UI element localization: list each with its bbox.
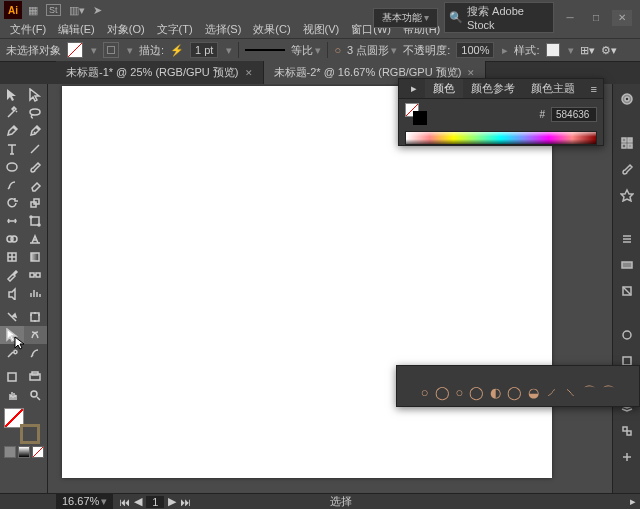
prefs-icon[interactable]: ⚙▾ [601, 44, 617, 57]
fill-stroke-swatches[interactable] [4, 408, 40, 444]
nav-first-icon[interactable]: ⏮ [119, 496, 130, 508]
panel-menu-icon[interactable]: ≡ [585, 79, 603, 98]
brush-shape-6[interactable]: ◯ [507, 385, 522, 400]
brush-shape-7[interactable]: ◒ [528, 385, 539, 400]
menu-effect[interactable]: 效果(C) [249, 20, 294, 39]
menu-object[interactable]: 对象(O) [103, 20, 149, 39]
gradient-tool[interactable] [24, 248, 48, 266]
align-icon[interactable]: ⊞▾ [580, 44, 595, 57]
dock-transparency-icon[interactable] [618, 282, 636, 300]
color-tab[interactable]: 颜色 [425, 79, 463, 98]
brush-shape-10[interactable]: ⌒ [583, 383, 596, 401]
brush-shape-8[interactable]: ⟋ [545, 385, 558, 400]
stroke-weight-dd[interactable] [224, 44, 232, 57]
menu-edit[interactable]: 编辑(E) [54, 20, 99, 39]
blend-tool[interactable] [24, 266, 48, 284]
nav-last-icon[interactable]: ⏭ [180, 496, 191, 508]
color-mode[interactable] [4, 446, 16, 458]
symbol-sprayer-tool[interactable] [0, 284, 24, 302]
document-tab-1[interactable]: 未标题-1* @ 25% (RGB/GPU 预览)✕ [56, 61, 264, 84]
stroke-dd[interactable] [125, 44, 133, 57]
panel-fill-stroke[interactable] [405, 103, 427, 125]
dock-transform-icon[interactable] [618, 448, 636, 466]
dock-brushes-icon[interactable] [618, 160, 636, 178]
dock-appearance-icon[interactable] [618, 326, 636, 344]
search-adobe-stock[interactable]: 🔍搜索 Adobe Stock [444, 2, 554, 33]
brush-shape-5[interactable]: ◐ [490, 385, 501, 400]
dock-gradient-icon[interactable] [618, 256, 636, 274]
nav-prev-icon[interactable]: ◀ [134, 495, 142, 508]
dock-swatches-icon[interactable] [618, 134, 636, 152]
dock-symbols-icon[interactable] [618, 186, 636, 204]
eraser-tool[interactable] [24, 176, 48, 194]
arrange-icon[interactable]: ▥▾ [69, 4, 85, 17]
brush-shape-2[interactable]: ◯ [435, 385, 450, 400]
color-spectrum[interactable] [405, 131, 597, 145]
bridge-icon[interactable]: ▦ [28, 4, 38, 17]
print-tiling-tool[interactable] [24, 368, 48, 386]
none-mode[interactable] [32, 446, 44, 458]
scale-tool[interactable] [24, 194, 48, 212]
hex-input[interactable]: 584636 [551, 107, 597, 122]
fill-swatch[interactable] [67, 42, 83, 58]
width-tool[interactable] [0, 212, 24, 230]
brush-shape-3[interactable]: ○ [456, 385, 464, 400]
artboard-tool-2[interactable] [0, 368, 24, 386]
scissors-tool[interactable] [24, 344, 48, 362]
stroke-swatch[interactable] [103, 42, 119, 58]
zoom-tool[interactable] [24, 386, 48, 404]
color-guide-tab[interactable]: 颜色参考 [463, 79, 523, 98]
maximize-button[interactable]: □ [586, 10, 606, 26]
uniform-dd[interactable]: 等比 [291, 43, 321, 58]
zoom-level[interactable]: 16.67% [56, 494, 113, 509]
brush-shape-9[interactable]: ⟍ [564, 385, 577, 400]
line-segment-tool[interactable] [24, 140, 48, 158]
eyedropper-tool[interactable] [0, 266, 24, 284]
menu-view[interactable]: 视图(V) [299, 20, 344, 39]
nav-next-icon[interactable]: ▶ [168, 495, 176, 508]
menu-file[interactable]: 文件(F) [6, 20, 50, 39]
dock-stroke-icon[interactable] [618, 230, 636, 248]
tab-close-icon[interactable]: ✕ [467, 68, 475, 78]
brush-shape-1[interactable]: ○ [421, 385, 429, 400]
magic-wand-tool[interactable] [0, 104, 24, 122]
slice-tool[interactable] [0, 308, 24, 326]
close-button[interactable]: ✕ [612, 10, 632, 26]
tab-close-icon[interactable]: ✕ [245, 68, 253, 78]
artboard-number[interactable]: 1 [146, 496, 164, 508]
mesh-tool[interactable] [0, 248, 24, 266]
menu-select[interactable]: 选择(S) [201, 20, 246, 39]
shape-builder-tool[interactable] [0, 230, 24, 248]
dock-color-icon[interactable] [618, 90, 636, 108]
perspective-grid-tool[interactable] [24, 230, 48, 248]
send-icon[interactable]: ➤ [93, 4, 102, 17]
lasso-tool[interactable] [24, 104, 48, 122]
brush-shape-dd[interactable]: 3 点圆形 [347, 43, 397, 58]
hand-tool[interactable] [0, 326, 24, 344]
style-dd[interactable] [566, 44, 574, 57]
panel-collapse-icon[interactable]: ▸ [403, 79, 425, 98]
rotate-tool[interactable] [0, 194, 24, 212]
ellipse-tool[interactable] [0, 158, 24, 176]
opacity-arrow[interactable]: ▸ [502, 44, 508, 57]
minimize-button[interactable]: ─ [560, 10, 580, 26]
dock-align-icon[interactable] [618, 422, 636, 440]
column-graph-tool[interactable] [24, 284, 48, 302]
brush-shape-4[interactable]: ◯ [469, 385, 484, 400]
color-themes-tab[interactable]: 颜色主题 [523, 79, 583, 98]
pen-tool[interactable] [0, 122, 24, 140]
knife-tool[interactable] [0, 344, 24, 362]
paintbrush-tool[interactable] [24, 158, 48, 176]
artboard-tool[interactable] [24, 308, 48, 326]
menu-type[interactable]: 文字(T) [153, 20, 197, 39]
curvature-tool[interactable] [24, 122, 48, 140]
shaper-tool[interactable] [0, 176, 24, 194]
free-transform-tool[interactable] [24, 212, 48, 230]
stock-icon[interactable]: St [46, 4, 61, 16]
hand-tool-2[interactable] [0, 386, 24, 404]
type-tool[interactable] [0, 140, 24, 158]
style-swatch[interactable] [546, 43, 560, 57]
gradient-mode[interactable] [18, 446, 30, 458]
workspace-switcher[interactable]: 基本功能 [373, 8, 438, 28]
direct-selection-tool[interactable] [24, 86, 48, 104]
